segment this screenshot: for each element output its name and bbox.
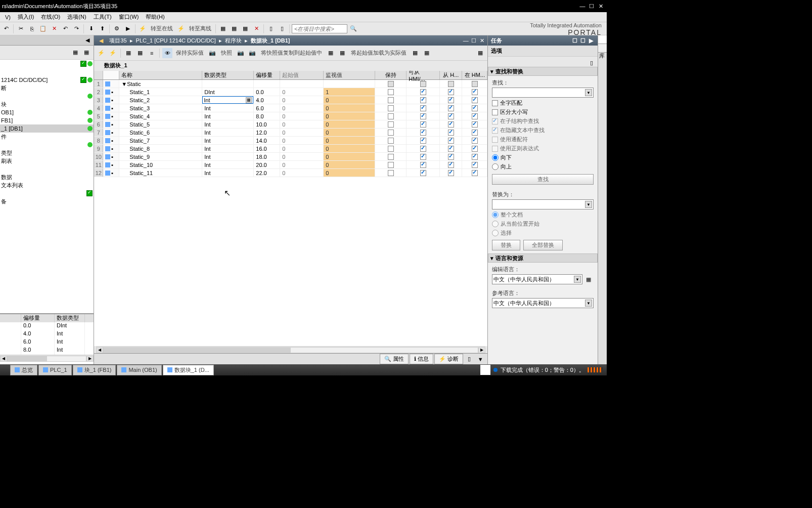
- maximize-button[interactable]: ☐: [588, 3, 596, 10]
- task-collapse-icon[interactable]: ▶: [588, 37, 595, 44]
- tree-row[interactable]: [0, 60, 94, 68]
- keep-checkbox[interactable]: [388, 121, 394, 128]
- tree-row[interactable]: [0, 141, 94, 149]
- tab-close-icon[interactable]: ✕: [478, 37, 485, 44]
- hdr-keep[interactable]: 保持: [375, 71, 407, 79]
- hmi2-checkbox[interactable]: [448, 97, 454, 103]
- tb-icon-2[interactable]: ▦: [229, 24, 239, 34]
- download-icon[interactable]: ⬇: [86, 24, 96, 34]
- menu-options[interactable]: 选项(N): [64, 12, 89, 22]
- hmi3-checkbox[interactable]: [472, 89, 478, 95]
- editor-scrollbar-h[interactable]: [103, 347, 478, 353]
- load-start-button[interactable]: 将起始值加载为实际值: [349, 49, 409, 57]
- replace-input[interactable]: ▼: [492, 199, 594, 209]
- statusbar-tab[interactable]: 总览: [10, 365, 37, 375]
- hmi1-checkbox[interactable]: [420, 105, 426, 111]
- hmi3-checkbox[interactable]: [472, 113, 478, 119]
- scrollbar-h[interactable]: [7, 356, 86, 362]
- hmi2-checkbox[interactable]: [448, 138, 454, 144]
- hmi2-checkbox[interactable]: [448, 130, 454, 136]
- menu-online[interactable]: 在线(O): [38, 12, 63, 22]
- keep-checkbox[interactable]: [388, 170, 394, 176]
- tb-icon-1[interactable]: ▦: [218, 24, 228, 34]
- scroll-right-icon[interactable]: ▶: [86, 356, 94, 362]
- tree-tb1-icon[interactable]: ▦: [70, 48, 80, 58]
- hmi3-checkbox[interactable]: [472, 146, 478, 152]
- hmi1-checkbox[interactable]: [420, 97, 426, 103]
- et-icon-4[interactable]: ▦: [135, 48, 145, 58]
- db-row[interactable]: 10 ▪ Static_9 Int 18.0 0 0: [94, 153, 487, 161]
- et-monitor-icon[interactable]: 👁: [162, 48, 172, 58]
- tree-tb2-icon[interactable]: ▦: [81, 48, 92, 58]
- tree-row[interactable]: FB1]: [0, 116, 94, 124]
- et-icon-2[interactable]: ⚡: [108, 48, 118, 58]
- hmi3-checkbox[interactable]: [472, 97, 478, 103]
- scroll-left-icon[interactable]: ◀: [0, 356, 7, 362]
- editor-scroll-right-icon[interactable]: ▶: [478, 347, 485, 353]
- paste-icon[interactable]: 📋: [38, 24, 48, 34]
- left-collapse-icon[interactable]: ◀: [82, 35, 93, 46]
- et-icon-5[interactable]: ≡: [147, 48, 157, 58]
- tab-properties[interactable]: 🔍属性: [380, 354, 409, 364]
- chk-sub[interactable]: [492, 118, 498, 124]
- snapshot-button[interactable]: 快照: [219, 49, 234, 57]
- hmi1-checkbox[interactable]: [420, 146, 426, 152]
- chk-case[interactable]: [492, 109, 498, 115]
- go-online-icon[interactable]: ⚡: [138, 24, 148, 34]
- hmi2-checkbox[interactable]: [448, 89, 454, 95]
- simulate-icon[interactable]: ▶: [123, 24, 133, 34]
- db-row[interactable]: 9 ▪ Static_8 Int 16.0 0 0: [94, 145, 487, 153]
- hmi3-checkbox[interactable]: [472, 105, 478, 111]
- hmi3-checkbox[interactable]: [472, 138, 478, 144]
- db-row[interactable]: 12 ▪ Static_11 Int 22.0 0 0: [94, 169, 487, 177]
- tab-min-icon[interactable]: —: [462, 37, 469, 44]
- hmi1-checkbox[interactable]: [420, 138, 426, 144]
- hmi3-checkbox[interactable]: [472, 162, 478, 168]
- tree-row[interactable]: [0, 68, 94, 76]
- info-layout-icon[interactable]: ▯: [464, 354, 474, 364]
- tree-row[interactable]: 数据: [0, 173, 94, 181]
- sb-icon-1[interactable]: ▦: [480, 365, 490, 375]
- hdr-hmi1[interactable]: 可从 HMI/...: [407, 71, 440, 79]
- hmi2-checkbox[interactable]: [448, 170, 454, 176]
- db-row[interactable]: 8 ▪ Static_7 Int 14.0 0 0: [94, 137, 487, 145]
- compile-icon[interactable]: ⚙: [112, 24, 122, 34]
- hmi3-checkbox[interactable]: [472, 154, 478, 160]
- db-row[interactable]: 5 ▪ Static_4 Int 8.0 0 0: [94, 112, 487, 120]
- et-icon-8[interactable]: 📷: [247, 48, 257, 58]
- lang-res-header[interactable]: ▾ 语言和资源: [488, 253, 598, 263]
- db-table[interactable]: 名称 数据类型 偏移量 起始值 监视值 保持 可从 HMI/... 从 H...…: [94, 71, 487, 346]
- undo2-icon[interactable]: ↶: [60, 24, 70, 34]
- side-tab-tasks[interactable]: 任务: [598, 35, 607, 44]
- detail-row[interactable]: 8.0Int: [0, 347, 94, 355]
- db-row[interactable]: 11 ▪ Static_10 Int 20.0 0 0: [94, 161, 487, 169]
- detail-row[interactable]: 6.0Int: [0, 338, 94, 347]
- find-input[interactable]: ▼: [492, 88, 594, 98]
- hmi2-checkbox[interactable]: [448, 105, 454, 111]
- tree-row[interactable]: 备: [0, 197, 94, 205]
- upload-icon[interactable]: ⬆: [97, 24, 107, 34]
- keep-checkbox[interactable]: [388, 130, 394, 136]
- keep-checkbox[interactable]: [388, 113, 394, 119]
- et-icon-9[interactable]: ▦: [326, 48, 336, 58]
- menu-v[interactable]: V): [2, 13, 14, 21]
- radio-down[interactable]: [492, 154, 499, 161]
- tree-row[interactable]: [0, 92, 94, 100]
- replace-button[interactable]: 替换: [492, 240, 520, 250]
- db-row[interactable]: 4 ▪ Static_3 Int 6.0 0 0: [94, 104, 487, 112]
- et-icon-1[interactable]: ⚡: [96, 48, 106, 58]
- tree-row[interactable]: 类型: [0, 149, 94, 157]
- tree-row[interactable]: [0, 189, 94, 197]
- et-icon-10[interactable]: ▦: [337, 48, 347, 58]
- menu-insert[interactable]: 插入(I): [15, 12, 37, 22]
- tree-row[interactable]: 断: [0, 84, 94, 92]
- statusbar-tab[interactable]: 数据块_1 (D...: [163, 365, 214, 375]
- hdr-hmi3[interactable]: 在 HM...: [462, 71, 487, 79]
- hmi1-checkbox[interactable]: [420, 162, 426, 168]
- db-row[interactable]: 6 ▪ Static_5 Int 10.0 0 0: [94, 120, 487, 129]
- hmi1-checkbox[interactable]: [420, 89, 426, 95]
- et-expand-icon[interactable]: ▦: [475, 48, 485, 58]
- et-icon-7[interactable]: 📷: [236, 48, 246, 58]
- hdr-monitor[interactable]: 监视值: [324, 71, 375, 79]
- tree-row[interactable]: _1 [DB1]: [0, 124, 94, 133]
